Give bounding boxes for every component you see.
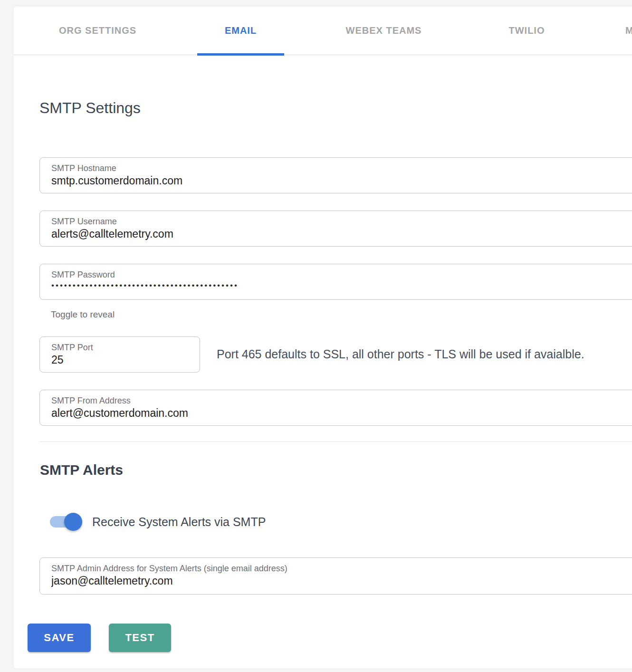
save-button[interactable]: SAVE [28,624,91,652]
tab-email-label: EMAIL [225,25,257,36]
settings-card: ORG SETTINGS EMAIL WEBEX TEAMS TWILIO M … [13,6,632,669]
tab-bar: ORG SETTINGS EMAIL WEBEX TEAMS TWILIO M [13,6,632,55]
smtp-hostname-field[interactable]: SMTP Hostname [39,157,632,193]
active-tab-indicator [197,53,284,56]
toggle-thumb [64,513,82,531]
receive-alerts-toggle-label: Receive System Alerts via SMTP [92,515,266,529]
smtp-hostname-input[interactable] [51,174,632,187]
smtp-from-address-input[interactable] [51,407,632,420]
smtp-alerts-title: SMTP Alerts [40,462,123,478]
tab-webex-teams[interactable]: WEBEX TEAMS [312,6,455,55]
test-button[interactable]: TEST [109,624,171,652]
smtp-admin-address-field[interactable]: SMTP Admin Address for System Alerts (si… [39,557,632,595]
smtp-username-input[interactable] [51,228,632,240]
smtp-from-address-label: SMTP From Address [51,396,632,406]
smtp-hostname-label: SMTP Hostname [51,163,632,173]
smtp-port-input[interactable] [51,354,194,366]
smtp-password-input[interactable] [51,281,632,290]
smtp-password-label: SMTP Password [51,270,632,280]
smtp-username-label: SMTP Username [51,217,632,227]
toggle-to-reveal-hint[interactable]: Toggle to reveal [51,309,115,320]
smtp-from-address-field[interactable]: SMTP From Address [39,390,632,426]
tab-next-partial[interactable]: M [598,6,632,55]
smtp-password-field[interactable]: SMTP Password [39,264,632,300]
receive-alerts-toggle[interactable] [50,513,82,531]
tab-twilio[interactable]: TWILIO [455,6,598,55]
smtp-settings-title: SMTP Settings [39,99,141,117]
tab-email[interactable]: EMAIL [169,6,312,55]
smtp-admin-address-input[interactable] [51,575,632,587]
smtp-port-field[interactable]: SMTP Port [39,336,200,373]
receive-alerts-toggle-row: Receive System Alerts via SMTP [50,513,266,531]
smtp-port-label: SMTP Port [51,343,200,353]
smtp-port-helper-text: Port 465 defaults to SSL, all other port… [217,347,584,361]
smtp-admin-address-label: SMTP Admin Address for System Alerts (si… [51,564,632,574]
smtp-username-field[interactable]: SMTP Username [39,211,632,247]
tab-org-settings[interactable]: ORG SETTINGS [26,6,169,55]
section-divider [39,442,632,442]
